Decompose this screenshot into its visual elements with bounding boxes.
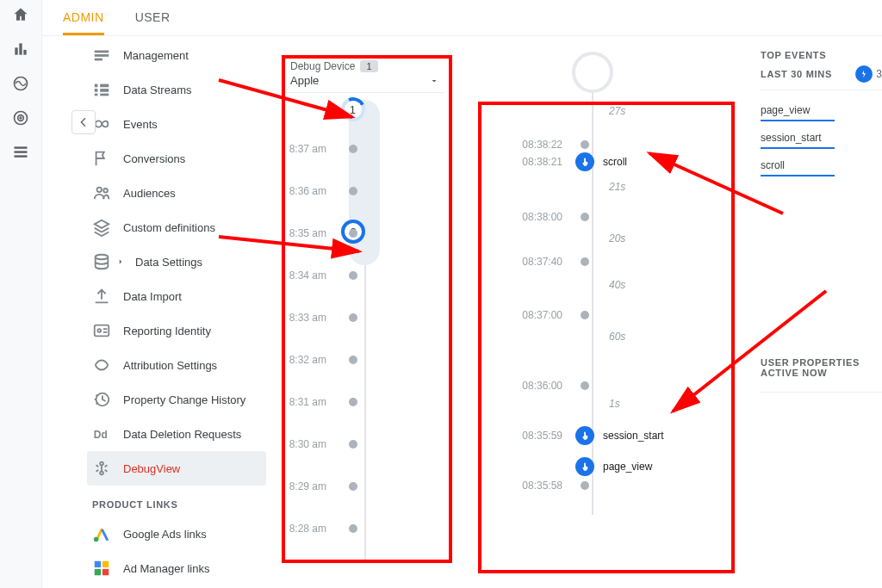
cdef-icon: [92, 218, 111, 237]
svg-rect-9: [15, 155, 28, 158]
seconds-timeline: 27s08:38:2208:38:21scroll21s08:38:0020s0…: [481, 50, 731, 515]
svg-rect-11: [95, 54, 109, 57]
back-button[interactable]: [71, 110, 96, 134]
rid-icon: [92, 321, 111, 340]
duration-label: 40s: [609, 279, 625, 291]
upload-icon: [92, 287, 111, 306]
db-icon: [92, 252, 111, 271]
tab-user[interactable]: USER: [135, 10, 171, 35]
minute-dot-icon: [349, 313, 357, 322]
seconds-live-circle: [572, 52, 613, 93]
sidebar-item-management[interactable]: Management: [87, 38, 266, 72]
seconds-tick: 08:37:00: [481, 308, 589, 322]
sidebar-item-events[interactable]: Events: [87, 107, 266, 141]
sidebar-item-reporting-identity[interactable]: Reporting Identity: [87, 313, 266, 348]
explore-icon[interactable]: [11, 74, 30, 93]
svg-point-19: [96, 121, 102, 127]
seconds-tick: 08:35:58: [481, 479, 589, 492]
tab-admin[interactable]: ADMIN: [63, 10, 104, 35]
svg-rect-33: [102, 569, 109, 575]
svg-rect-15: [95, 89, 98, 92]
configure-icon[interactable]: [11, 143, 30, 162]
svg-rect-17: [95, 94, 98, 96]
home-icon[interactable]: [11, 5, 30, 24]
minute-dot-icon: [349, 356, 357, 364]
product-link-ad-manager-links[interactable]: Ad Manager links: [87, 551, 266, 585]
event-row-page_view[interactable]: page_view: [481, 460, 652, 473]
svg-rect-8: [15, 151, 28, 153]
svg-rect-10: [95, 51, 109, 53]
flag-icon: [92, 149, 111, 168]
event-row-session_start[interactable]: 08:35:59session_start: [481, 429, 664, 443]
svg-rect-18: [100, 94, 109, 96]
adm-logo-icon: [92, 559, 111, 578]
svg-point-29: [94, 537, 99, 542]
sidebar-item-property-change-history[interactable]: Property Change History: [87, 382, 266, 417]
minute-row[interactable]: 8:35 am: [285, 226, 444, 241]
sidebar-item-audiences[interactable]: Audiences: [87, 176, 266, 210]
tick-dot-icon: [581, 213, 589, 221]
minute-timeline: Debug Device 1 Apple 1: [285, 59, 444, 561]
duration-label: 21s: [609, 181, 625, 193]
chevron-down-icon: [429, 76, 439, 86]
minute-dot-icon: [349, 145, 357, 153]
svg-rect-12: [95, 59, 102, 61]
top-event-session_start[interactable]: session_start: [761, 127, 835, 149]
duration-label: 1s: [609, 398, 620, 410]
tick-dot-icon: [581, 311, 589, 319]
minute-row[interactable]: 8:30 am: [285, 436, 444, 452]
seconds-tick: 08:38:00: [481, 210, 589, 224]
minute-dot-icon: [349, 187, 357, 195]
reports-icon[interactable]: [11, 40, 30, 59]
svg-rect-2: [23, 50, 26, 55]
product-link-google-ads-links[interactable]: Google Ads links: [87, 517, 266, 551]
top-event-page_view[interactable]: page_view: [761, 99, 835, 121]
sidebar-item-attribution-settings[interactable]: Attribution Settings: [87, 348, 266, 382]
minute-dot-icon: [349, 440, 357, 449]
svg-text:Dd: Dd: [94, 429, 108, 441]
hist-icon: [92, 390, 111, 409]
tick-dot-icon: [581, 140, 589, 149]
minute-row[interactable]: 8:31 am: [285, 394, 444, 410]
sidebar-item-debugview[interactable]: DebugView: [87, 451, 266, 486]
device-selector[interactable]: Apple: [285, 74, 444, 93]
nav-rail: [0, 0, 41, 588]
advertising-icon[interactable]: [11, 108, 30, 127]
minute-dot-icon: [349, 271, 357, 280]
minute-row[interactable]: 8:29 am: [285, 479, 444, 494]
event-type-icon: [855, 65, 873, 83]
sidebar-item-data-settings[interactable]: Data Settings: [87, 244, 266, 279]
top-events-header: TOP EVENTS: [761, 50, 882, 65]
seconds-tick: 08:38:22: [481, 138, 589, 152]
svg-rect-0: [15, 47, 17, 54]
minute-dot-icon: [349, 524, 357, 533]
minute-dot-icon: [349, 482, 357, 491]
streams-icon: [92, 80, 111, 99]
minute-row[interactable]: 8:34 am: [285, 268, 444, 283]
duration-label: 20s: [609, 232, 625, 244]
user-properties-header: USER PROPERTIES ACTIVE NOW: [761, 357, 882, 383]
top-event-scroll[interactable]: scroll: [761, 154, 835, 176]
sidebar-item-data-streams[interactable]: Data Streams: [87, 72, 266, 107]
svg-point-6: [20, 117, 22, 119]
sidebar-item-data-import[interactable]: Data Import: [87, 279, 266, 313]
tick-dot-icon: [581, 481, 589, 490]
minute-row[interactable]: 8:36 am: [285, 183, 444, 199]
duration-label: 60s: [609, 331, 625, 343]
sidebar-item-conversions[interactable]: Conversions: [87, 141, 266, 176]
event-row-scroll[interactable]: 08:38:21scroll: [481, 155, 627, 169]
tick-dot-icon: [581, 381, 589, 390]
minute-row[interactable]: 8:32 am: [285, 352, 444, 368]
minute-row[interactable]: 8:37 am: [285, 141, 444, 157]
sidebar-item-data-deletion-requests[interactable]: DdData Deletion Requests: [87, 417, 266, 451]
section-header-product-links: PRODUCT LINKS: [87, 486, 266, 517]
seconds-tick: 08:37:40: [481, 255, 589, 269]
svg-rect-31: [102, 561, 109, 567]
sidebar-item-custom-definitions[interactable]: Custom definitions: [87, 210, 266, 244]
minute-row[interactable]: 8:28 am: [285, 521, 444, 536]
debug-icon: [92, 459, 111, 478]
svg-point-28: [100, 472, 103, 475]
svg-rect-32: [95, 569, 101, 575]
minute-row[interactable]: 8:33 am: [285, 310, 444, 325]
svg-rect-14: [100, 84, 109, 88]
